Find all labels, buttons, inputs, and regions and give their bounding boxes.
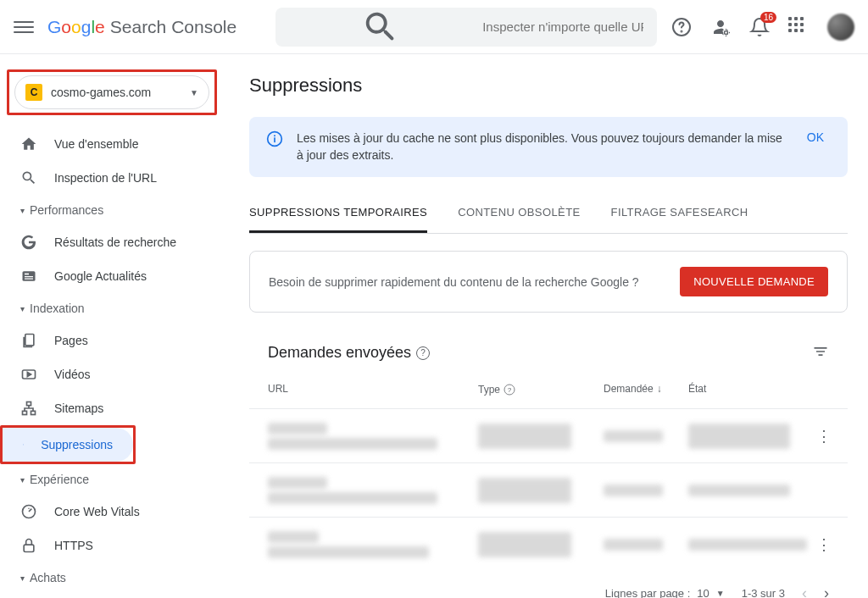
tab-temporary-removals[interactable]: SUPPRESSIONS TEMPORAIRES <box>249 194 427 233</box>
row-menu-icon[interactable]: ⋮ <box>815 427 832 446</box>
sort-down-icon: ↓ <box>657 383 662 395</box>
tab-safesearch-filtering[interactable]: FILTRAGE SAFESEARCH <box>611 194 748 233</box>
chevron-down-icon: ▼ <box>716 589 725 598</box>
sidebar-item-label: Vidéos <box>54 368 91 381</box>
svg-rect-16 <box>274 137 275 142</box>
search-icon <box>289 8 472 47</box>
svg-rect-5 <box>25 276 33 277</box>
row-menu-icon[interactable]: ⋮ <box>815 535 832 554</box>
table-row[interactable]: ⋮ <box>249 517 848 571</box>
sidebar-item-label: Inspection de l'URL <box>54 171 157 185</box>
sidebar-item-google-news[interactable]: Google Actualités <box>0 259 219 293</box>
search-icon <box>20 169 37 186</box>
help-circle-icon[interactable]: ? <box>416 346 430 360</box>
sidebar-item-label: Pages <box>54 334 88 347</box>
highlight-box-removals: Suppressions <box>0 425 136 464</box>
filter-icon[interactable] <box>812 343 829 363</box>
column-type[interactable]: Type ? <box>478 383 604 396</box>
prompt-text: Besoin de supprimer rapidement du conten… <box>269 275 639 289</box>
header: Google Search Console 16 <box>0 0 868 54</box>
sidebar-item-core-web-vitals[interactable]: Core Web Vitals <box>0 495 219 529</box>
sidebar-section-experience[interactable]: Expérience <box>0 464 229 495</box>
user-settings-icon[interactable] <box>710 17 731 37</box>
main-content: Suppressions Les mises à jour du cache n… <box>229 54 868 598</box>
help-circle-icon[interactable]: ? <box>504 385 515 396</box>
column-requested[interactable]: Demandée↓ <box>604 383 688 396</box>
svg-rect-11 <box>31 411 36 414</box>
visibility-off-icon <box>23 436 24 453</box>
sidebar-item-search-results[interactable]: Résultats de recherche <box>0 225 219 259</box>
svg-point-2 <box>725 30 728 34</box>
column-url[interactable]: URL <box>268 383 478 396</box>
next-page-icon[interactable]: › <box>824 584 829 598</box>
notifications-icon[interactable]: 16 <box>749 17 770 37</box>
sidebar-section-shopping[interactable]: Achats <box>0 562 229 593</box>
notification-badge: 16 <box>760 12 776 23</box>
submitted-requests-header: Demandes envoyées ? <box>249 326 848 371</box>
search-box[interactable] <box>275 8 657 47</box>
sidebar-item-videos[interactable]: Vidéos <box>0 357 219 391</box>
sidebar-section-performance[interactable]: Performances <box>0 195 229 225</box>
table-header: URL Type ? Demandée↓ État <box>249 371 848 408</box>
tab-outdated-content[interactable]: CONTENU OBSOLÈTE <box>458 194 580 233</box>
column-state[interactable]: État <box>688 383 815 396</box>
svg-rect-7 <box>25 335 34 346</box>
sidebar-item-label: Suppressions <box>41 438 113 451</box>
new-request-card: Besoin de supprimer rapidement du conten… <box>249 251 848 313</box>
sidebar-item-pages[interactable]: Pages <box>0 324 219 357</box>
svg-rect-9 <box>27 402 31 406</box>
info-icon <box>266 130 283 147</box>
tabs: SUPPRESSIONS TEMPORAIRES CONTENU OBSOLÈT… <box>249 194 848 234</box>
svg-rect-6 <box>25 279 33 280</box>
sidebar-item-https[interactable]: HTTPS <box>0 529 219 562</box>
table-row[interactable] <box>249 462 848 517</box>
sidebar-item-label: Sitemaps <box>54 401 103 415</box>
sidebar-item-url-inspection[interactable]: Inspection de l'URL <box>0 161 219 195</box>
help-icon[interactable] <box>671 17 692 37</box>
pages-icon <box>20 332 37 349</box>
sidebar-item-label: HTTPS <box>54 539 93 552</box>
google-g-icon <box>20 234 37 251</box>
svg-rect-13 <box>24 545 34 551</box>
product-name: Search Console <box>110 17 236 37</box>
property-name: cosmo-games.com <box>51 86 181 99</box>
pagination-range: 1-3 sur 3 <box>742 587 785 598</box>
svg-point-17 <box>274 135 275 136</box>
table-row[interactable]: ⋮ <box>249 408 848 462</box>
avatar[interactable] <box>827 14 854 41</box>
banner-text: Les mises à jour du cache ne sont plus d… <box>297 130 787 163</box>
sidebar-section-indexation[interactable]: Indexation <box>0 293 229 324</box>
sidebar-item-label: Résultats de recherche <box>54 235 176 249</box>
header-actions: 16 <box>671 14 854 41</box>
speed-icon <box>20 503 37 520</box>
property-favicon: C <box>25 84 42 101</box>
svg-point-1 <box>682 30 682 31</box>
sitemap-icon <box>20 400 37 417</box>
banner-ok-button[interactable]: OK <box>800 130 831 144</box>
apps-icon[interactable] <box>788 17 809 37</box>
prev-page-icon: ‹ <box>802 584 807 598</box>
section-title: Demandes envoyées ? <box>268 344 430 362</box>
page-title: Suppressions <box>249 75 848 97</box>
svg-rect-10 <box>23 411 27 414</box>
search-input[interactable] <box>472 19 643 34</box>
home-icon <box>20 136 37 152</box>
pagination-nav: ‹ › <box>802 584 829 598</box>
google-logo: Google <box>47 17 105 37</box>
sidebar-item-shopping-tab[interactable]: Fiches de l'onglet "Shop... <box>0 593 219 598</box>
highlight-box-property: C cosmo-games.com ▼ <box>7 69 217 115</box>
sidebar-item-label: Vue d'ensemble <box>54 137 138 151</box>
table-footer: Lignes par page : 10 ▼ 1-3 sur 3 ‹ › <box>249 571 848 598</box>
property-selector[interactable]: C cosmo-games.com ▼ <box>14 75 209 109</box>
menu-icon[interactable] <box>14 17 34 37</box>
new-request-button[interactable]: NOUVELLE DEMANDE <box>680 267 828 296</box>
sidebar-item-label: Google Actualités <box>54 269 147 283</box>
sidebar: C cosmo-games.com ▼ Vue d'ensemble Inspe… <box>0 54 229 598</box>
sidebar-item-sitemaps[interactable]: Sitemaps <box>0 391 219 425</box>
logo[interactable]: Google Search Console <box>47 17 236 37</box>
sidebar-item-label: Core Web Vitals <box>54 505 140 518</box>
sidebar-item-removals[interactable]: Suppressions <box>3 428 133 462</box>
sidebar-item-overview[interactable]: Vue d'ensemble <box>0 127 219 161</box>
rows-per-page[interactable]: Lignes par page : 10 ▼ <box>605 587 725 598</box>
video-icon <box>20 366 37 383</box>
